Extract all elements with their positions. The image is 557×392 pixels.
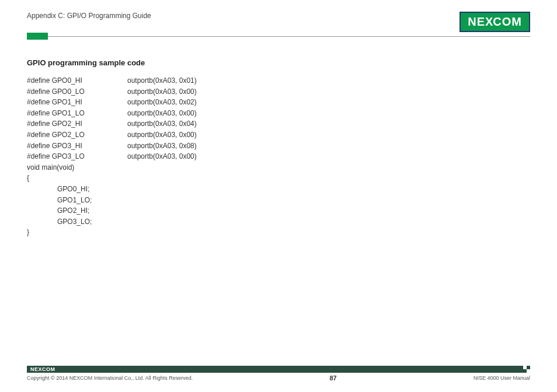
page-number: 87 xyxy=(329,374,336,382)
footer-squares-icon xyxy=(523,366,530,373)
define-name: #define GPO3_LO xyxy=(27,151,127,162)
define-value: outportb(0xA03, 0x01) xyxy=(127,75,197,86)
code-block: #define GPO0_HIoutportb(0xA03, 0x01)#def… xyxy=(27,75,530,238)
code-main-sig: void main(void) xyxy=(27,162,530,173)
define-name: #define GPO1_HI xyxy=(27,97,127,108)
define-value: outportb(0xA03, 0x02) xyxy=(127,97,197,108)
define-name: #define GPO1_LO xyxy=(27,108,127,119)
appendix-title: Appendix C: GPI/O Programming Guide xyxy=(27,12,151,20)
logo-text-post: COM xyxy=(493,15,522,29)
code-body-line: GPO2_HI; xyxy=(27,205,530,216)
header-accent-bar xyxy=(27,33,48,40)
manual-name: NISE 4000 User Manual xyxy=(474,375,530,381)
header-line xyxy=(48,36,530,37)
define-value: outportb(0xA03, 0x08) xyxy=(127,141,197,152)
footer-bar: NEXCOM xyxy=(27,366,530,373)
footer-logo-post: COM xyxy=(42,366,55,372)
footer-logo: NEXCOM xyxy=(30,366,55,372)
logo-text-x: X xyxy=(485,15,493,29)
define-value: outportb(0xA03, 0x04) xyxy=(127,118,197,130)
logo-text-pre: NE xyxy=(468,15,485,29)
footer-logo-pre: NE xyxy=(30,366,39,372)
nexcom-logo: NEXCOM xyxy=(459,12,530,32)
code-define-row: #define GPO1_LOoutportb(0xA03, 0x00) xyxy=(27,108,530,119)
define-value: outportb(0xA03, 0x00) xyxy=(127,86,197,97)
define-name: #define GPO0_HI xyxy=(27,75,127,86)
code-define-row: #define GPO2_HIoutportb(0xA03, 0x04) xyxy=(27,118,530,130)
code-body-line: GPO3_LO; xyxy=(27,216,530,228)
code-define-row: #define GPO3_HIoutportb(0xA03, 0x08) xyxy=(27,141,530,152)
define-name: #define GPO3_HI xyxy=(27,141,127,152)
code-define-row: #define GPO0_LOoutportb(0xA03, 0x00) xyxy=(27,86,530,97)
define-value: outportb(0xA03, 0x00) xyxy=(127,151,197,162)
code-brace-close: } xyxy=(27,227,530,238)
define-name: #define GPO0_LO xyxy=(27,86,127,97)
define-name: #define GPO2_HI xyxy=(27,118,127,130)
code-body-line: GPO1_LO; xyxy=(27,195,530,206)
code-define-row: #define GPO1_HIoutportb(0xA03, 0x02) xyxy=(27,97,530,108)
section-title: GPIO programming sample code xyxy=(27,58,530,67)
copyright-text: Copyright © 2014 NEXCOM International Co… xyxy=(27,375,193,381)
code-define-row: #define GPO0_HIoutportb(0xA03, 0x01) xyxy=(27,75,530,86)
header-divider xyxy=(27,33,530,40)
define-value: outportb(0xA03, 0x00) xyxy=(127,130,197,141)
code-define-row: #define GPO3_LOoutportb(0xA03, 0x00) xyxy=(27,151,530,162)
code-define-row: #define GPO2_LOoutportb(0xA03, 0x00) xyxy=(27,130,530,141)
define-value: outportb(0xA03, 0x00) xyxy=(127,108,197,119)
code-body-line: GPO0_HI; xyxy=(27,184,530,195)
code-brace-open: { xyxy=(27,173,530,184)
define-name: #define GPO2_LO xyxy=(27,130,127,141)
